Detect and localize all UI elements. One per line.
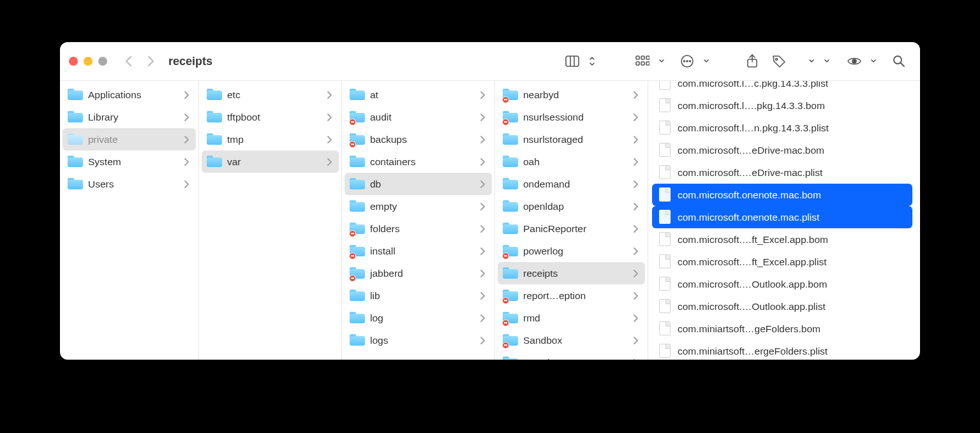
chevron-down-icon[interactable]: [702, 51, 711, 71]
tags-button[interactable]: [767, 51, 791, 71]
folder-item[interactable]: Sandbox: [498, 329, 645, 351]
file-item[interactable]: com.microsoft.…ft_Excel.app.plist: [652, 251, 912, 273]
item-label: Users: [88, 179, 182, 190]
folder-item[interactable]: at: [345, 84, 492, 106]
file-item[interactable]: com.microsoft.…eDrive-mac.bom: [652, 139, 912, 161]
folder-item[interactable]: var: [202, 150, 339, 173]
folder-item[interactable]: empty: [345, 195, 492, 217]
item-label: com.miniartsoft…geFolders.bom: [678, 323, 907, 335]
folder-item[interactable]: receipts: [498, 262, 645, 284]
column-3: nearbydnsurlsessiondnsurlstoragedoahonde…: [495, 81, 648, 360]
file-icon: [657, 299, 672, 314]
folder-item[interactable]: etc: [202, 84, 339, 106]
file-item[interactable]: com.miniartsoft…geFolders.bom: [652, 318, 912, 340]
item-label: at: [370, 89, 478, 101]
more-actions-button[interactable]: [675, 51, 699, 71]
file-item[interactable]: com.microsoft.…eDrive-mac.plist: [652, 161, 912, 184]
folder-icon: [350, 221, 365, 237]
folder-item[interactable]: report…eption: [498, 284, 645, 307]
folder-item[interactable]: jabberd: [345, 262, 492, 284]
toolbar: receipts: [60, 42, 920, 80]
folder-item[interactable]: openldap: [498, 195, 645, 217]
folder-item[interactable]: Applications: [63, 84, 196, 106]
forward-button[interactable]: [140, 51, 161, 71]
item-label: receipts: [523, 268, 631, 279]
file-icon: [657, 187, 672, 203]
file-item[interactable]: com.microsoft.l…n.pkg.14.3.3.plist: [652, 117, 912, 139]
file-icon: [657, 81, 672, 91]
minimize-button[interactable]: [84, 57, 93, 66]
file-item[interactable]: com.microsoft.onenote.mac.bom: [652, 184, 912, 206]
folder-item[interactable]: nearbyd: [498, 84, 645, 106]
item-label: install: [370, 246, 478, 257]
folder-icon: [503, 355, 518, 360]
folder-item[interactable]: Library: [63, 106, 196, 128]
close-button[interactable]: [69, 57, 78, 66]
item-label: com.microsoft.…ft_Excel.app.plist: [678, 256, 907, 268]
folder-item[interactable]: rmd: [498, 307, 645, 329]
chevron-down-icon[interactable]: [869, 51, 878, 71]
folder-item[interactable]: Users: [63, 173, 196, 195]
search-button[interactable]: [887, 51, 911, 71]
folder-item[interactable]: db: [345, 173, 492, 195]
file-item[interactable]: com.miniartsoft…ergeFolders.plist: [652, 340, 912, 360]
back-button[interactable]: [119, 51, 139, 71]
folder-item[interactable]: audit: [345, 106, 492, 128]
folder-item[interactable]: powerlog: [498, 240, 645, 262]
chevron-down-icon[interactable]: [657, 51, 666, 71]
item-label: report…eption: [523, 290, 631, 302]
dropdown-button[interactable]: [820, 51, 833, 71]
file-item[interactable]: com.microsoft.l…c.pkg.14.3.3.plist: [652, 81, 912, 94]
folder-item[interactable]: backups: [345, 128, 492, 150]
svg-rect-7: [641, 62, 644, 65]
folder-item[interactable]: folders: [345, 217, 492, 240]
item-label: Applications: [88, 89, 182, 101]
folder-item[interactable]: System: [63, 150, 196, 173]
preview-options-button[interactable]: [842, 51, 866, 71]
item-label: com.microsoft.onenote.mac.plist: [678, 212, 907, 223]
item-label: com.miniartsoft…ergeFolders.plist: [678, 346, 907, 357]
item-label: com.microsoft.l…c.pkg.14.3.3.plist: [678, 81, 907, 89]
folder-icon: [68, 177, 83, 192]
share-button[interactable]: [740, 51, 764, 71]
folder-item[interactable]: tmp: [202, 128, 339, 150]
svg-point-16: [894, 56, 902, 64]
item-label: empty: [370, 201, 478, 212]
folder-item[interactable]: nsurlsessiond: [498, 106, 645, 128]
file-item[interactable]: com.microsoft.…Outlook.app.bom: [652, 273, 912, 295]
folder-item[interactable]: logs: [345, 329, 492, 351]
view-as-columns-button[interactable]: [560, 51, 584, 71]
folder-item[interactable]: tftpboot: [202, 106, 339, 128]
file-item[interactable]: com.microsoft.…ft_Excel.app.bom: [652, 228, 912, 251]
folder-item[interactable]: log: [345, 307, 492, 329]
item-label: PanicReporter: [523, 223, 631, 235]
view-updown-icon[interactable]: [587, 51, 597, 71]
folder-icon: [503, 177, 518, 192]
folder-item[interactable]: install: [345, 240, 492, 262]
svg-point-11: [687, 61, 688, 62]
item-label: audit: [370, 112, 478, 123]
dropdown-button[interactable]: [805, 51, 818, 71]
folder-icon: [503, 333, 518, 348]
folder-item[interactable]: nsurlstoraged: [498, 128, 645, 150]
file-icon: [657, 344, 672, 359]
item-label: openldap: [523, 201, 631, 212]
folder-item[interactable]: containers: [345, 150, 492, 173]
folder-item[interactable]: lib: [345, 284, 492, 307]
file-item[interactable]: com.microsoft.l….pkg.14.3.3.bom: [652, 94, 912, 117]
zoom-button[interactable]: [98, 57, 107, 66]
item-label: com.microsoft.…Outlook.app.plist: [678, 301, 907, 312]
file-item[interactable]: com.microsoft.…Outlook.app.plist: [652, 295, 912, 318]
folder-icon: [503, 244, 518, 259]
folder-item[interactable]: searchparty: [498, 351, 645, 360]
folder-item[interactable]: ondemand: [498, 173, 645, 195]
folder-item[interactable]: oah: [498, 150, 645, 173]
svg-point-15: [852, 59, 856, 63]
folder-item[interactable]: private: [63, 128, 196, 150]
file-item[interactable]: com.microsoft.onenote.mac.plist: [652, 206, 912, 228]
folder-item[interactable]: PanicReporter: [498, 217, 645, 240]
group-by-button[interactable]: [630, 51, 655, 71]
item-label: com.microsoft.…ft_Excel.app.bom: [678, 234, 907, 246]
column-2: atauditbackupscontainersdbemptyfoldersin…: [342, 81, 495, 360]
file-icon: [657, 98, 672, 114]
